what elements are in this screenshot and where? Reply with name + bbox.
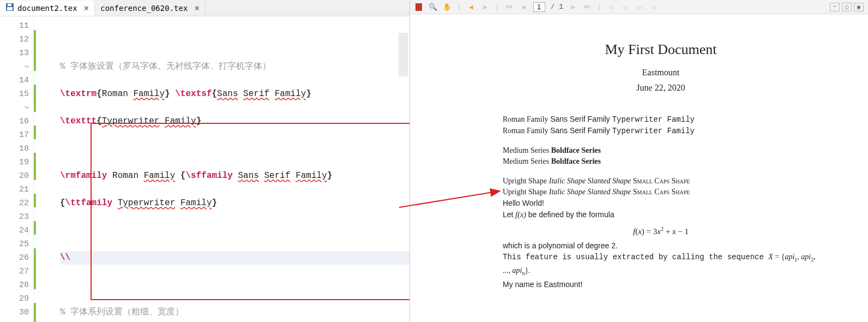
page-total: / 1 — [551, 3, 563, 11]
layout-continuous-icon[interactable]: ▭ — [621, 3, 630, 11]
font-family-block: Roman Family Sans Serif Family Typerwrit… — [503, 114, 819, 136]
tab-label: document2.tex — [17, 4, 77, 13]
save-icon — [5, 3, 14, 13]
forward-icon[interactable]: ▶ — [481, 3, 490, 11]
tab-conference[interactable]: conference_0620.tex × — [95, 1, 206, 16]
tab-document2[interactable]: document2.tex × — [0, 1, 95, 16]
viewer-toolbar: 🔍 ✋ | ◀ ▶ | ⏮ ◀ / 1 ▶ ⏭ | ▭ ▭ ▭ ▭ ─ ▢ ▣ — [410, 0, 868, 14]
page-number-input[interactable] — [533, 2, 545, 12]
maximize-button[interactable]: ▢ — [842, 3, 852, 11]
pdf-viewer-pane: 🔍 ✋ | ◀ ▶ | ⏮ ◀ / 1 ▶ ⏭ | ▭ ▭ ▭ ▭ ─ ▢ ▣ — [410, 0, 868, 322]
hello-text: Hello World! — [503, 199, 544, 207]
pdf-icon — [414, 3, 423, 11]
tab-bar: document2.tex × conference_0620.tex × — [0, 0, 409, 16]
close-button[interactable]: ▣ — [854, 3, 864, 11]
svg-rect-3 — [415, 3, 422, 11]
layout-facing-icon[interactable]: ▭ — [635, 3, 644, 11]
formula: f(x) = 3x2 + x − 1 — [503, 224, 819, 237]
window-controls: ─ ▢ ▣ — [830, 3, 864, 11]
font-series-block: Medium Series Boldface Series Medium Ser… — [503, 145, 819, 167]
doc-date: June 22, 2020 — [503, 83, 819, 93]
hand-icon[interactable]: ✋ — [443, 3, 451, 11]
code-area[interactable]: % 字体族设置（罗马字体、无衬线字体、打字机字体） \textrm{Roman … — [36, 16, 409, 322]
first-page-icon[interactable]: ⏮ — [505, 3, 514, 11]
close-icon[interactable]: × — [194, 3, 200, 13]
pdf-page: My First Document Eastmount June 22, 202… — [410, 14, 868, 322]
svg-rect-2 — [7, 7, 13, 10]
editor-body[interactable]: 11 12 13 ↪ 14 15 ↪ 16 17 18 19 20 21 22 … — [0, 16, 409, 322]
close-icon[interactable]: × — [84, 3, 89, 13]
font-shape-block: Upright Shape Italic Shape Slanted Shape… — [503, 176, 819, 290]
last-page-icon[interactable]: ⏭ — [583, 3, 592, 11]
doc-author: Eastmount — [503, 68, 819, 77]
line-number-gutter: 11 12 13 ↪ 14 15 ↪ 16 17 18 19 20 21 22 … — [0, 16, 34, 322]
next-page-icon[interactable]: ▶ — [569, 3, 577, 11]
layout-single-icon[interactable]: ▭ — [607, 3, 616, 11]
prev-page-icon[interactable]: ◀ — [519, 3, 528, 11]
search-icon[interactable]: 🔍 — [429, 3, 437, 11]
back-icon[interactable]: ◀ — [467, 3, 475, 11]
editor-pane: document2.tex × conference_0620.tex × 11… — [0, 0, 410, 322]
layout-book-icon[interactable]: ▭ — [649, 3, 658, 11]
svg-rect-1 — [8, 4, 11, 6]
scrollbar[interactable] — [399, 33, 408, 76]
pdf-page-area[interactable]: My First Document Eastmount June 22, 202… — [410, 14, 868, 322]
minimize-button[interactable]: ─ — [830, 3, 840, 11]
tab-label: conference_0620.tex — [100, 4, 188, 13]
doc-title: My First Document — [503, 41, 819, 58]
